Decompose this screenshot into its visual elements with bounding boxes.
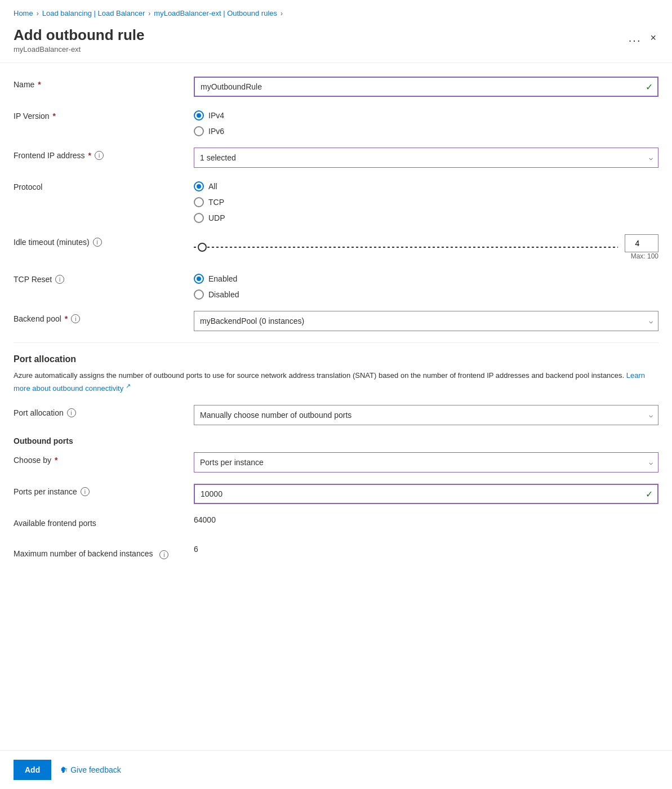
add-button[interactable]: Add bbox=[14, 760, 51, 780]
tcp-reset-label: TCP Reset i bbox=[14, 271, 194, 284]
port-allocation-description: Azure automatically assigns the number o… bbox=[14, 370, 658, 394]
external-link-icon: ↗ bbox=[126, 382, 131, 389]
port-allocation-field: Manually choose number of outbound ports… bbox=[194, 405, 658, 425]
port-allocation-dropdown-wrapper: Manually choose number of outbound ports… bbox=[194, 405, 658, 425]
protocol-tcp[interactable]: TCP bbox=[194, 197, 658, 207]
frontend-ip-label: Frontend IP address * i bbox=[14, 148, 194, 160]
ip-version-ipv4[interactable]: IPv4 bbox=[194, 110, 658, 121]
ellipsis-menu-button[interactable]: ... bbox=[629, 32, 642, 44]
ports-per-instance-row: Ports per instance i ✓ bbox=[14, 484, 658, 504]
idle-timeout-max-label: Max: 100 bbox=[631, 252, 658, 260]
tcp-reset-enabled-label: Enabled bbox=[208, 274, 237, 283]
protocol-udp-radio-outer bbox=[194, 213, 204, 223]
tcp-reset-disabled-radio-outer bbox=[194, 289, 204, 300]
protocol-udp-label: UDP bbox=[208, 213, 225, 222]
backend-pool-dropdown-wrapper: myBackendPool (0 instances) ⌵ bbox=[194, 311, 658, 331]
close-button[interactable]: × bbox=[648, 30, 658, 46]
backend-pool-required: * bbox=[65, 314, 68, 323]
footer: Add 🗣 Give feedback bbox=[0, 750, 672, 789]
max-backend-instances-row: Maximum number of backend instances i 6 bbox=[14, 545, 658, 563]
choose-by-field: Ports per instance ⌵ bbox=[194, 452, 658, 472]
backend-pool-label: Backend pool * i bbox=[14, 311, 194, 323]
footer-spacer bbox=[14, 574, 658, 619]
frontend-ip-dropdown-wrapper: 1 selected ⌵ bbox=[194, 148, 658, 168]
tcp-reset-options: Enabled Disabled bbox=[194, 271, 658, 300]
backend-pool-row: Backend pool * i myBackendPool (0 instan… bbox=[14, 311, 658, 331]
name-field: ✓ bbox=[194, 77, 658, 97]
form-container: Name * ✓ IP Version * IPv4 IPv6 bbox=[0, 63, 672, 632]
frontend-ip-field: 1 selected ⌵ bbox=[194, 148, 658, 168]
idle-timeout-info-icon[interactable]: i bbox=[93, 238, 102, 247]
page-subtitle: myLoadBalancer-ext bbox=[14, 45, 145, 54]
breadcrumb-outbound-rules[interactable]: myLoadBalancer-ext | Outbound rules bbox=[154, 9, 277, 17]
protocol-tcp-label: TCP bbox=[208, 198, 224, 207]
frontend-ip-dropdown[interactable]: 1 selected bbox=[194, 148, 658, 168]
backend-pool-field: myBackendPool (0 instances) ⌵ bbox=[194, 311, 658, 331]
ipv6-radio-outer bbox=[194, 126, 204, 136]
tcp-reset-row: TCP Reset i Enabled Disabled bbox=[14, 271, 658, 300]
feedback-link[interactable]: 🗣 Give feedback bbox=[60, 765, 121, 774]
ports-per-instance-info-icon[interactable]: i bbox=[81, 487, 90, 496]
max-backend-instances-value: 6 bbox=[194, 545, 658, 554]
ip-version-ipv6[interactable]: IPv6 bbox=[194, 126, 658, 136]
available-frontend-ports-value: 64000 bbox=[194, 515, 658, 524]
backend-pool-dropdown[interactable]: myBackendPool (0 instances) bbox=[194, 311, 658, 331]
port-allocation-label: Port allocation i bbox=[14, 405, 194, 417]
idle-timeout-input[interactable] bbox=[625, 234, 658, 252]
ports-per-instance-label: Ports per instance i bbox=[14, 484, 194, 496]
name-required: * bbox=[38, 80, 41, 89]
ip-version-required: * bbox=[53, 112, 56, 121]
idle-timeout-slider-thumb[interactable] bbox=[198, 243, 207, 252]
breadcrumb-load-balancer[interactable]: Load balancing | Load Balancer bbox=[42, 9, 145, 17]
ports-per-instance-input[interactable] bbox=[194, 484, 658, 504]
tcp-reset-enabled-radio-outer bbox=[194, 274, 204, 284]
available-frontend-ports-label: Available frontend ports bbox=[14, 515, 194, 528]
idle-timeout-number-wrapper: Max: 100 bbox=[625, 234, 658, 260]
ports-per-instance-input-wrapper: ✓ bbox=[194, 484, 658, 504]
ipv4-radio-outer bbox=[194, 110, 204, 121]
ipv6-label: IPv6 bbox=[208, 127, 224, 136]
protocol-all-radio-inner bbox=[197, 184, 201, 189]
port-allocation-dropdown[interactable]: Manually choose number of outbound ports bbox=[194, 405, 658, 425]
protocol-udp[interactable]: UDP bbox=[194, 213, 658, 223]
page-title: Add outbound rule bbox=[14, 26, 145, 44]
ports-per-instance-check-icon: ✓ bbox=[646, 489, 653, 500]
available-frontend-ports-row: Available frontend ports 64000 bbox=[14, 515, 658, 533]
name-label: Name * bbox=[14, 77, 194, 89]
tcp-reset-info-icon[interactable]: i bbox=[55, 275, 64, 284]
tcp-reset-enabled-radio-inner bbox=[197, 277, 201, 281]
breadcrumb-home[interactable]: Home bbox=[14, 9, 33, 17]
choose-by-dropdown[interactable]: Ports per instance bbox=[194, 452, 658, 472]
tcp-reset-disabled-label: Disabled bbox=[208, 290, 239, 299]
ip-version-row: IP Version * IPv4 IPv6 bbox=[14, 108, 658, 136]
idle-timeout-label: Idle timeout (minutes) i bbox=[14, 234, 194, 247]
tcp-reset-disabled[interactable]: Disabled bbox=[194, 289, 658, 300]
idle-timeout-slider-row: Max: 100 bbox=[194, 234, 658, 260]
protocol-tcp-radio-outer bbox=[194, 197, 204, 207]
max-backend-instances-label: Maximum number of backend instances i bbox=[14, 545, 194, 559]
ipv4-radio-inner bbox=[197, 113, 201, 118]
ip-version-options: IPv4 IPv6 bbox=[194, 108, 658, 136]
name-input[interactable] bbox=[194, 77, 658, 97]
backend-pool-info-icon[interactable]: i bbox=[71, 314, 80, 323]
name-row: Name * ✓ bbox=[14, 77, 658, 97]
protocol-all-label: All bbox=[208, 182, 217, 191]
port-allocation-row: Port allocation i Manually choose number… bbox=[14, 405, 658, 425]
frontend-ip-info-icon[interactable]: i bbox=[95, 151, 104, 160]
ipv4-label: IPv4 bbox=[208, 111, 224, 120]
outbound-ports-section: Outbound ports Choose by * Ports per ins… bbox=[14, 436, 658, 563]
tcp-reset-enabled[interactable]: Enabled bbox=[194, 274, 658, 284]
max-backend-instances-info-icon[interactable]: i bbox=[159, 550, 168, 559]
page-header-left: Add outbound rule myLoadBalancer-ext bbox=[14, 26, 145, 54]
protocol-options: All TCP UDP bbox=[194, 179, 658, 223]
port-allocation-info-icon[interactable]: i bbox=[67, 408, 76, 417]
idle-timeout-row: Idle timeout (minutes) i Max: 100 bbox=[14, 234, 658, 260]
protocol-all-radio-outer bbox=[194, 181, 204, 191]
breadcrumb: Home › Load balancing | Load Balancer › … bbox=[0, 0, 672, 22]
protocol-all[interactable]: All bbox=[194, 181, 658, 191]
idle-timeout-slider-track bbox=[194, 247, 618, 248]
choose-by-row: Choose by * Ports per instance ⌵ bbox=[14, 452, 658, 472]
outbound-ports-title: Outbound ports bbox=[14, 436, 658, 445]
choose-by-required: * bbox=[55, 456, 57, 465]
name-check-icon: ✓ bbox=[646, 82, 653, 92]
